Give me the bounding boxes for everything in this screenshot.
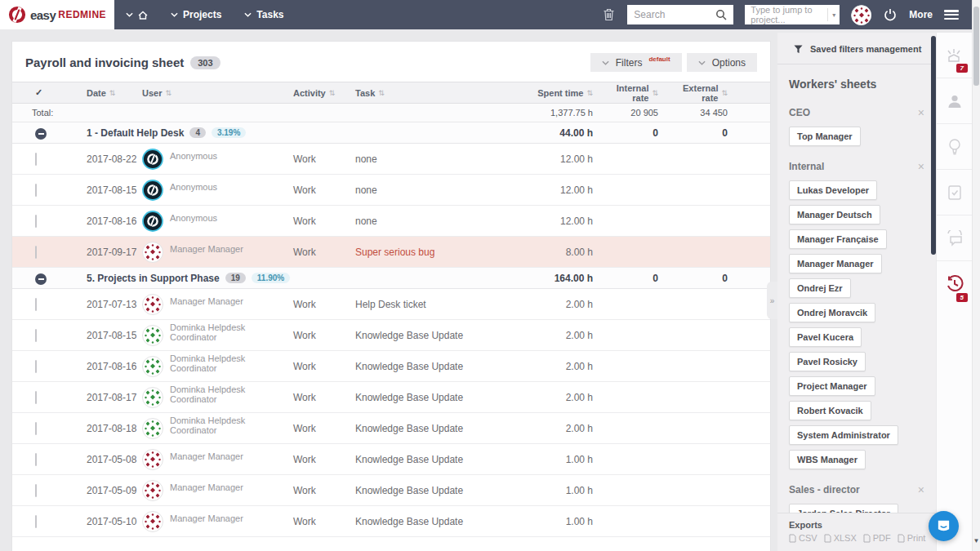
- entry-activity: Work: [293, 184, 355, 196]
- row-checkbox[interactable]: [35, 360, 37, 373]
- saved-filters-management[interactable]: Saved filters management: [777, 33, 936, 64]
- entry-task-link[interactable]: Knowledge Base Update: [355, 392, 513, 403]
- search-input[interactable]: [634, 9, 715, 20]
- close-icon[interactable]: ×: [918, 162, 924, 171]
- entry-task-link[interactable]: Knowledge Base Update: [355, 485, 513, 496]
- row-checkbox[interactable]: [35, 515, 37, 528]
- lightbulb-icon: [948, 138, 961, 156]
- sort-icon: ⇅: [586, 89, 593, 97]
- worker-filter-chip[interactable]: Top Manager: [789, 127, 861, 146]
- worker-filter-chip[interactable]: Ondrej Ezr: [789, 278, 851, 298]
- column-header-external-rate[interactable]: External rate⇅: [668, 83, 737, 103]
- row-checkbox[interactable]: [35, 453, 37, 466]
- worker-filter-chip[interactable]: Ondrej Moravcik: [789, 303, 875, 322]
- export-link[interactable]: PDF: [863, 533, 891, 543]
- worker-filter-chip[interactable]: System Administrator: [789, 425, 898, 445]
- entry-task-link[interactable]: Super serious bug: [355, 247, 513, 258]
- entry-task-link[interactable]: none: [355, 153, 513, 165]
- worker-filter-chip[interactable]: Pavel Rosicky: [789, 352, 866, 371]
- collapse-group-icon[interactable]: [35, 273, 47, 285]
- current-user-avatar[interactable]: [851, 5, 871, 25]
- hamburger-menu-icon[interactable]: [944, 10, 959, 20]
- jump-to-project-select[interactable]: Type to jump to project... ▾: [745, 5, 840, 24]
- easyredmine-logo-icon: [8, 6, 26, 24]
- row-checkbox[interactable]: [35, 215, 37, 228]
- sidebar-collapse-handle[interactable]: »: [767, 282, 777, 319]
- row-checkbox[interactable]: [35, 329, 37, 342]
- worker-filter-chip[interactable]: Manager Manager: [789, 254, 882, 273]
- worker-filter-chip[interactable]: Manager Deutsch: [789, 205, 880, 224]
- user-avatar: [142, 511, 163, 532]
- news-rail-button[interactable]: 7: [937, 33, 972, 78]
- scrollbar-thumb[interactable]: [973, 7, 979, 86]
- worker-filter-chip[interactable]: Project Manager: [789, 376, 875, 396]
- worker-filter-chip[interactable]: Pavel Kucera: [789, 327, 862, 347]
- group-internal-rate: 0: [603, 127, 668, 139]
- user-avatar: [142, 211, 163, 232]
- collapse-group-icon[interactable]: [35, 128, 47, 140]
- export-link[interactable]: XLSX: [824, 533, 857, 543]
- search-icon[interactable]: [715, 9, 727, 20]
- entry-activity: Work: [293, 153, 355, 165]
- entry-task-link[interactable]: Help Desk ticket: [355, 299, 513, 310]
- exports-panel: Exports CSV XLSX PDF Print: [777, 513, 936, 548]
- entry-task-link[interactable]: Knowledge Base Update: [355, 516, 513, 527]
- scrollbar-down-arrow[interactable]: ▼: [973, 537, 980, 544]
- topbar: easyREDMINE Projects Tasks Type to jump …: [0, 0, 980, 29]
- app-logo[interactable]: easyREDMINE: [0, 0, 114, 29]
- column-header-spent-time[interactable]: Spent time⇅: [513, 88, 603, 98]
- table-row: 2017-08-18 Dominka Helpdesk Coordinator …: [12, 413, 770, 444]
- entry-task-link[interactable]: Knowledge Base Update: [355, 330, 513, 341]
- filters-button[interactable]: Filters default: [590, 53, 682, 72]
- entry-spent-time: 2.00 h: [513, 330, 603, 341]
- user-name: Anonymous: [170, 182, 217, 192]
- support-chat-rail-button[interactable]: [937, 216, 972, 261]
- tasks-rail-button[interactable]: [937, 170, 972, 216]
- worker-filter-chip[interactable]: WBS Manager: [789, 450, 866, 469]
- sort-icon: ⇅: [378, 89, 385, 97]
- column-header-activity[interactable]: Activity⇅: [293, 88, 355, 98]
- ideas-rail-button[interactable]: [937, 124, 972, 170]
- page-scrollbar[interactable]: ▼: [972, 0, 980, 551]
- row-checkbox[interactable]: [35, 246, 37, 259]
- logout-power-icon[interactable]: [883, 7, 898, 22]
- entry-spent-time: 1.00 h: [513, 516, 603, 527]
- row-checkbox[interactable]: [35, 422, 37, 435]
- row-checkbox[interactable]: [35, 298, 37, 311]
- main-panel: Payroll and invoicing sheet 303 Filters …: [11, 41, 771, 551]
- nav-tasks[interactable]: Tasks: [233, 0, 295, 29]
- column-header-date[interactable]: Date⇅: [87, 88, 142, 98]
- nav-projects[interactable]: Projects: [159, 0, 233, 29]
- trash-icon[interactable]: [601, 7, 616, 22]
- more-menu[interactable]: More: [909, 9, 933, 20]
- export-link[interactable]: CSV: [789, 533, 817, 543]
- entry-task-link[interactable]: Knowledge Base Update: [355, 454, 513, 465]
- history-rail-button[interactable]: 5: [937, 261, 972, 307]
- options-button[interactable]: Options: [687, 53, 757, 72]
- column-header-user[interactable]: User⇅: [142, 88, 293, 98]
- user-avatar: [142, 418, 163, 439]
- worker-filter-chip[interactable]: Manager Française: [789, 229, 887, 249]
- intercom-chat-button[interactable]: [929, 511, 959, 541]
- close-icon[interactable]: ×: [918, 486, 924, 494]
- worker-filter-chip[interactable]: Robert Kovacik: [789, 401, 871, 420]
- row-checkbox[interactable]: [35, 184, 37, 197]
- entry-date: 2017-05-09: [87, 485, 142, 496]
- entry-task-link[interactable]: Knowledge Base Update: [355, 361, 513, 372]
- select-all-icon[interactable]: ✓: [25, 87, 87, 98]
- close-icon[interactable]: ×: [918, 109, 924, 117]
- entry-task-link[interactable]: Knowledge Base Update: [355, 423, 513, 434]
- column-header-task[interactable]: Task⇅: [355, 88, 513, 98]
- worker-filter-chip[interactable]: Lukas Developer: [789, 180, 877, 200]
- row-checkbox[interactable]: [35, 153, 37, 166]
- export-link[interactable]: Print: [898, 533, 926, 543]
- column-header-internal-rate[interactable]: Internal rate⇅: [603, 83, 668, 103]
- users-rail-button[interactable]: [937, 78, 972, 124]
- entry-task-link[interactable]: none: [355, 216, 513, 227]
- row-checkbox[interactable]: [35, 484, 37, 497]
- nav-home[interactable]: [114, 0, 159, 29]
- row-checkbox[interactable]: [35, 391, 37, 404]
- sort-icon: ⇅: [165, 89, 172, 97]
- chevron-down-icon: [126, 12, 133, 17]
- entry-task-link[interactable]: none: [355, 184, 513, 196]
